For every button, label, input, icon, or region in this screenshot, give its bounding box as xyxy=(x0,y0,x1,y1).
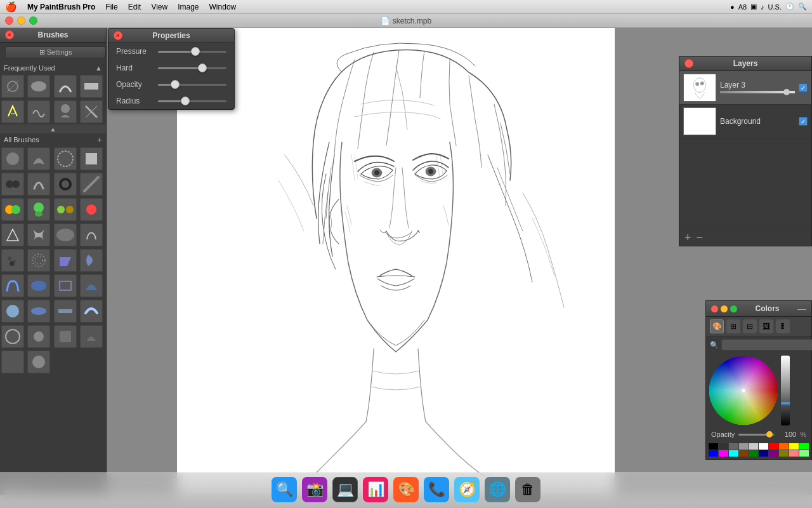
color-swatch[interactable] xyxy=(769,450,778,457)
dock-skype[interactable]: 📞 xyxy=(422,477,450,505)
fullscreen-button[interactable] xyxy=(29,17,37,25)
colors-minimize-button[interactable] xyxy=(721,305,728,312)
brush-item[interactable] xyxy=(54,249,77,272)
brush-item[interactable] xyxy=(54,300,77,323)
layer-item-background[interactable]: Background ✓ xyxy=(679,105,811,138)
color-swatch[interactable] xyxy=(739,443,749,450)
gradient-thumb[interactable] xyxy=(781,402,790,404)
color-swatch[interactable] xyxy=(719,443,728,450)
color-swatch[interactable] xyxy=(739,450,749,457)
layer-item-3[interactable]: Layer 3 ✓ xyxy=(679,71,811,105)
brush-item[interactable] xyxy=(1,198,24,221)
brush-item[interactable] xyxy=(80,325,103,348)
color-search-input[interactable] xyxy=(721,339,812,351)
brush-item[interactable] xyxy=(80,224,103,246)
properties-close-button[interactable]: ✕ xyxy=(114,31,122,40)
layer-3-visibility[interactable]: ✓ xyxy=(799,83,808,92)
colors-zoom-button[interactable] xyxy=(730,305,737,312)
colors-close-button[interactable] xyxy=(711,305,718,312)
colors-minimize-icon[interactable]: — xyxy=(797,304,806,314)
add-brush-button[interactable]: + xyxy=(97,135,102,144)
app-name-menu[interactable]: My PaintBrush Pro xyxy=(27,3,95,11)
radius-slider[interactable] xyxy=(158,100,226,102)
brush-item[interactable] xyxy=(80,147,103,170)
minimize-button[interactable] xyxy=(17,17,25,25)
dock-trash[interactable]: 🗑 xyxy=(514,477,542,505)
close-button[interactable] xyxy=(5,17,13,25)
brush-item[interactable] xyxy=(27,249,50,272)
layer-3-opacity-slider[interactable] xyxy=(720,91,795,93)
spotlight-icon[interactable]: 🔍 xyxy=(798,3,807,11)
view-menu[interactable]: View xyxy=(151,3,167,11)
brush-item[interactable] xyxy=(1,351,24,373)
color-palette-tool[interactable]: ⊟ xyxy=(743,319,757,333)
brush-item[interactable] xyxy=(27,100,50,123)
settings-button[interactable]: ⊞ Settings xyxy=(5,46,106,58)
drawing-canvas[interactable] xyxy=(177,28,615,495)
brush-item[interactable] xyxy=(80,75,103,98)
brush-item[interactable] xyxy=(1,249,24,272)
opacity-prop-slider[interactable] xyxy=(158,84,226,86)
brush-item[interactable] xyxy=(80,300,103,323)
brush-item[interactable] xyxy=(54,100,77,123)
opacity-slider[interactable] xyxy=(738,434,775,436)
brush-item[interactable] xyxy=(27,300,50,323)
color-swatch[interactable] xyxy=(729,450,738,457)
color-swatch[interactable] xyxy=(779,443,789,450)
color-swatch[interactable] xyxy=(709,443,718,450)
color-swatch[interactable] xyxy=(789,443,799,450)
dock-activity[interactable]: 📊 xyxy=(362,477,390,505)
add-layer-button[interactable]: + xyxy=(684,232,691,243)
brush-item[interactable] xyxy=(54,224,77,246)
color-swatch[interactable] xyxy=(759,443,768,450)
edit-menu[interactable]: Edit xyxy=(128,3,141,11)
color-gradient-bar[interactable] xyxy=(781,356,790,425)
remove-layer-button[interactable]: − xyxy=(697,232,704,243)
brush-item[interactable] xyxy=(27,274,50,297)
brush-item[interactable] xyxy=(27,198,50,221)
brush-item[interactable] xyxy=(1,147,24,170)
window-menu[interactable]: Window xyxy=(209,3,237,11)
color-swatch[interactable] xyxy=(759,450,768,457)
color-swatch[interactable] xyxy=(799,450,809,457)
brush-item[interactable] xyxy=(1,173,24,196)
brush-item[interactable] xyxy=(54,173,77,196)
color-swatch[interactable] xyxy=(719,450,728,457)
dock-safari[interactable]: 🧭 xyxy=(453,477,481,505)
color-swatch[interactable] xyxy=(779,450,789,457)
scroll-up-button[interactable]: ▲ xyxy=(0,124,106,133)
brush-item[interactable] xyxy=(27,224,50,246)
color-swatch[interactable] xyxy=(749,443,759,450)
color-wheel-tool[interactable]: 🎨 xyxy=(710,319,724,333)
brush-item[interactable] xyxy=(1,75,24,98)
pressure-slider[interactable] xyxy=(158,51,226,53)
file-menu[interactable]: File xyxy=(105,3,117,11)
brush-item[interactable] xyxy=(1,224,24,246)
brush-item[interactable] xyxy=(1,300,24,323)
brush-item[interactable] xyxy=(27,75,50,98)
brush-item[interactable] xyxy=(27,173,50,196)
brush-item[interactable] xyxy=(27,147,50,170)
color-swatch[interactable] xyxy=(789,450,799,457)
hard-slider[interactable] xyxy=(158,67,226,69)
brushes-close-button[interactable]: ✕ xyxy=(5,30,14,39)
brush-item[interactable] xyxy=(54,325,77,348)
brush-item[interactable] xyxy=(1,325,24,348)
color-swatch[interactable] xyxy=(799,443,809,450)
brush-item[interactable] xyxy=(80,249,103,272)
layers-close-button[interactable] xyxy=(684,59,693,68)
dock-finder[interactable]: 🔍 xyxy=(270,477,298,505)
all-brushes-area[interactable] xyxy=(0,146,106,495)
brush-item[interactable] xyxy=(27,351,50,373)
color-sliders-tool[interactable]: ⊞ xyxy=(726,319,740,333)
background-visibility[interactable]: ✓ xyxy=(799,117,808,126)
color-swatch[interactable] xyxy=(709,450,718,457)
image-menu[interactable]: Image xyxy=(178,3,199,11)
image-palette-tool[interactable]: 🖼 xyxy=(759,319,773,333)
color-swatch[interactable] xyxy=(749,450,759,457)
brush-item[interactable] xyxy=(80,173,103,196)
color-crayons-tool[interactable]: 🎚 xyxy=(776,319,790,333)
expand-icon[interactable]: ▲ xyxy=(95,64,102,72)
brush-item[interactable] xyxy=(54,274,77,297)
dock-paintbrush[interactable]: 🎨 xyxy=(392,477,420,505)
